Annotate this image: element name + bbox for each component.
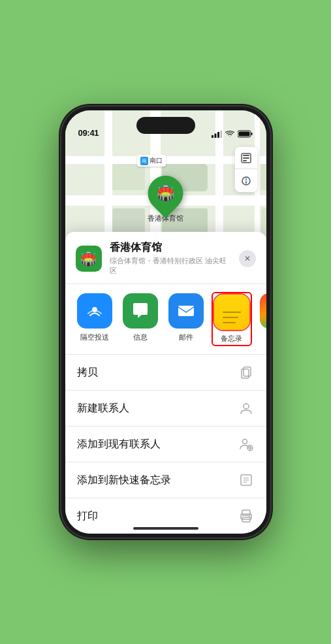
svg-rect-0 [212, 135, 213, 138]
close-button[interactable]: ✕ [239, 250, 256, 267]
notes-icon [214, 295, 249, 330]
add-contact-svg [239, 437, 253, 451]
svg-marker-12 [245, 177, 247, 181]
dynamic-island [136, 117, 195, 134]
svg-rect-2 [217, 132, 219, 138]
quick-note-icon [238, 472, 255, 489]
action-new-contact[interactable]: 新建联系人 [65, 391, 266, 427]
svg-rect-20 [242, 369, 249, 378]
status-time: 09:41 [78, 128, 99, 138]
status-icons [212, 130, 253, 138]
layers-icon [240, 152, 252, 164]
message-svg [130, 300, 151, 321]
svg-rect-3 [220, 131, 222, 138]
svg-rect-8 [243, 155, 249, 156]
wifi-icon [225, 131, 234, 138]
svg-rect-9 [243, 157, 249, 159]
pin-circle: 🏟️ [140, 169, 190, 218]
location-button[interactable] [235, 170, 257, 192]
mail-icon [168, 293, 204, 329]
airdrop-icon [77, 293, 112, 329]
notes-lines [223, 312, 241, 323]
add-contact-label: 添加到现有联系人 [77, 438, 161, 451]
venue-icon: 🏟️ [76, 246, 102, 272]
home-indicator [133, 527, 198, 530]
share-airdrop-item[interactable]: 隔空投送 [76, 293, 114, 345]
svg-marker-13 [245, 181, 247, 185]
share-row: 隔空投送 信息 [65, 284, 266, 355]
svg-rect-5 [251, 133, 252, 135]
share-mail-item[interactable]: 邮件 [167, 293, 205, 345]
quick-note-label: 添加到新快速备忘录 [77, 474, 171, 487]
action-add-contact[interactable]: 添加到现有联系人 [65, 427, 266, 462]
compass-icon [240, 175, 252, 187]
new-contact-icon [238, 400, 255, 417]
phone-screen: 09:41 [65, 110, 266, 534]
svg-rect-15 [178, 306, 194, 316]
quick-note-svg [239, 473, 253, 487]
action-copy[interactable]: 拷贝 [65, 355, 266, 391]
airdrop-label: 隔空投送 [80, 332, 109, 342]
phone-frame: 09:41 [61, 106, 270, 538]
svg-rect-6 [238, 132, 249, 137]
message-icon [123, 293, 158, 329]
print-icon [238, 507, 255, 524]
battery-icon [238, 130, 253, 138]
share-notes-item[interactable]: 备忘录 [213, 293, 251, 345]
airdrop-svg [85, 301, 104, 321]
venue-description: 综合体育馆・香港特别行政区 油尖旺区 [110, 256, 231, 276]
pin-icon: 🏟️ [157, 185, 174, 202]
map-controls [235, 147, 257, 192]
map-layers-button[interactable] [235, 147, 257, 169]
copy-icon [238, 364, 255, 381]
venue-name: 香港体育馆 [110, 241, 231, 255]
map-south-entrance-label: 南 南口 [137, 155, 166, 167]
bottom-sheet: 🏟️ 香港体育馆 综合体育馆・香港特别行政区 油尖旺区 ✕ [65, 232, 266, 534]
message-label: 信息 [133, 332, 148, 342]
share-message-item[interactable]: 信息 [121, 293, 159, 345]
mail-label: 邮件 [179, 332, 193, 342]
copy-svg [239, 365, 253, 379]
copy-label: 拷贝 [77, 366, 98, 379]
map-label-text: 南口 [150, 156, 163, 165]
venue-info: 香港体育馆 综合体育馆・香港特别行政区 油尖旺区 [110, 241, 231, 276]
mail-svg [176, 300, 197, 321]
svg-point-21 [244, 404, 249, 409]
action-quick-note[interactable]: 添加到新快速备忘录 [65, 462, 266, 498]
svg-rect-30 [242, 510, 250, 515]
add-contact-icon [238, 436, 255, 453]
svg-point-33 [249, 516, 250, 517]
notes-label: 备忘录 [221, 334, 242, 344]
svg-rect-19 [244, 367, 251, 376]
location-pin[interactable]: 🏟️ 香港体育馆 [148, 176, 183, 223]
share-more-item[interactable]: 推 [259, 293, 266, 345]
new-contact-svg [239, 401, 253, 415]
print-label: 打印 [77, 509, 98, 523]
svg-rect-1 [214, 133, 216, 138]
new-contact-label: 新建联系人 [77, 402, 129, 415]
svg-point-22 [242, 440, 247, 444]
print-svg [239, 509, 253, 523]
action-list: 拷贝 新建联系人 [65, 355, 266, 534]
signal-icon [212, 131, 222, 138]
more-icon [260, 293, 266, 329]
svg-rect-10 [243, 160, 247, 161]
sheet-header: 🏟️ 香港体育馆 综合体育馆・香港特别行政区 油尖旺区 ✕ [65, 232, 266, 284]
